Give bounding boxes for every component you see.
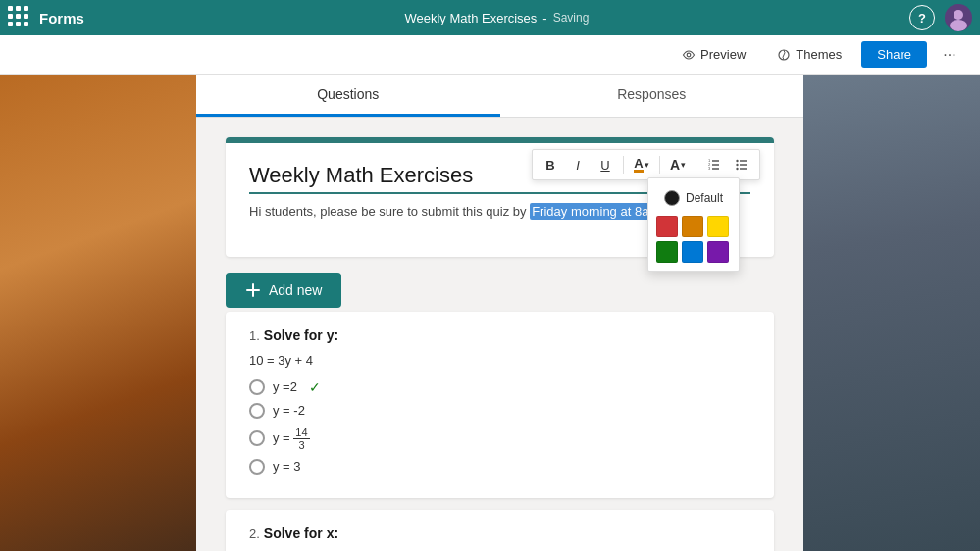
topbar-right: ? [909, 4, 972, 31]
svg-point-0 [954, 10, 963, 20]
option-1-2: y = -2 [249, 403, 750, 419]
radio-1-4[interactable] [249, 459, 265, 475]
dropdown-arrow: ▾ [645, 160, 649, 170]
app-grid-icon[interactable] [8, 6, 31, 29]
option-text-1-4: y = 3 [273, 459, 301, 474]
add-new-label: Add new [269, 282, 322, 298]
secondbar: Preview Themes Share ··· [0, 35, 980, 75]
color-swatch-red[interactable] [656, 216, 678, 237]
radio-1-2[interactable] [249, 403, 265, 419]
question-1-header: 1. Solve for y: [249, 327, 750, 349]
color-picker-popup: Default [647, 177, 740, 272]
toolbar-divider-3 [696, 156, 696, 174]
topbar-center: Weekly Math Exercises - Saving [404, 11, 589, 25]
status-separator: - [542, 11, 546, 25]
svg-point-15 [736, 168, 738, 170]
bold-button[interactable]: B [539, 153, 562, 176]
tab-responses[interactable]: Responses [500, 75, 804, 117]
form-card: B I U A ▾ A ▾ [226, 137, 774, 257]
question-1-title: Solve for y: [264, 327, 338, 343]
themes-icon [777, 48, 791, 62]
preview-button[interactable]: Preview [670, 42, 757, 67]
card-body: B I U A ▾ A ▾ [226, 143, 774, 237]
svg-point-13 [736, 160, 738, 162]
plus-icon [245, 282, 261, 298]
share-label: Share [877, 47, 911, 62]
radio-1-1[interactable] [249, 379, 265, 395]
option-text-1-2: y = -2 [273, 403, 305, 418]
svg-point-2 [687, 53, 691, 57]
preview-label: Preview [700, 47, 746, 62]
form-title-header: Weekly Math Exercises [404, 11, 537, 25]
color-default-swatch [664, 190, 680, 206]
toolbar-divider-1 [623, 156, 624, 174]
help-button[interactable]: ? [909, 5, 935, 30]
ordered-list-icon: 1 2 3 [707, 158, 721, 172]
option-text-1-3: y = 143 [273, 426, 310, 451]
more-dots: ··· [943, 46, 955, 64]
font-size-arrow: ▾ [681, 160, 686, 170]
share-button[interactable]: Share [861, 41, 927, 68]
question-2-header: 2. Solve for x: [249, 526, 750, 547]
tab-questions[interactable]: Questions [196, 75, 500, 117]
user-avatar[interactable] [945, 4, 972, 31]
option-1-1: y =2 ✓ [249, 379, 750, 395]
option-1-3: y = 143 [249, 426, 750, 451]
preview-icon [682, 48, 696, 62]
desc-before: Hi students, please be sure to submit th… [249, 204, 530, 219]
svg-point-1 [950, 20, 967, 31]
font-color-button[interactable]: A ▾ [630, 153, 653, 176]
title-area: B I U A ▾ A ▾ [249, 159, 750, 194]
topbar-left: Forms [8, 6, 84, 29]
radio-1-3[interactable] [249, 430, 265, 446]
bg-left-panel [0, 34, 196, 551]
color-swatch-purple[interactable] [707, 241, 729, 263]
font-color-icon: A [634, 157, 643, 173]
tabs: Questions Responses [196, 75, 803, 118]
ordered-list-button[interactable]: 1 2 3 [702, 153, 726, 176]
question-2-card: 2. Solve for x: 20 = 2x + 10 [226, 510, 774, 551]
color-grid [656, 216, 731, 263]
themes-button[interactable]: Themes [765, 42, 853, 67]
question-2-title: Solve for x: [264, 526, 338, 541]
font-size-button[interactable]: A ▾ [666, 153, 690, 176]
svg-point-14 [736, 164, 738, 166]
format-toolbar: B I U A ▾ A ▾ [532, 149, 760, 180]
underline-button[interactable]: U [593, 153, 617, 176]
color-swatch-orange[interactable] [682, 216, 703, 237]
save-status: Saving [553, 11, 590, 25]
main-content: Questions Responses B I U [196, 75, 803, 551]
topbar: Forms Weekly Math Exercises - Saving ? [0, 0, 980, 35]
svg-text:3: 3 [708, 166, 711, 171]
question-1-card: 1. Solve for y: 10 = 3y + 4 y =2 ✓ y = -… [226, 312, 774, 498]
question-1-equation: 10 = 3y + 4 [249, 353, 750, 368]
more-options-button[interactable]: ··· [935, 40, 964, 70]
italic-button[interactable]: I [566, 153, 590, 176]
add-new-button[interactable]: Add new [226, 273, 341, 308]
correct-checkmark-1: ✓ [309, 379, 321, 395]
color-swatch-blue[interactable] [682, 241, 703, 263]
app-name[interactable]: Forms [39, 10, 84, 26]
bg-right-panel [799, 34, 980, 551]
toolbar-divider-2 [659, 156, 660, 174]
unordered-list-icon [735, 158, 748, 172]
unordered-list-button[interactable] [730, 153, 753, 176]
color-default-option[interactable]: Default [656, 186, 731, 210]
color-default-label: Default [686, 191, 723, 205]
themes-label: Themes [796, 47, 842, 62]
question-2-number: 2. [249, 526, 260, 541]
font-size-icon: A [670, 157, 680, 173]
option-1-4: y = 3 [249, 459, 750, 475]
desc-highlight: Friday morning at 8am [530, 203, 661, 220]
color-swatch-green[interactable] [656, 241, 678, 263]
question-1-number: 1. [249, 328, 260, 343]
color-swatch-yellow[interactable] [707, 216, 729, 237]
form-area: B I U A ▾ A ▾ [196, 118, 803, 551]
option-text-1-1: y =2 [273, 379, 297, 394]
